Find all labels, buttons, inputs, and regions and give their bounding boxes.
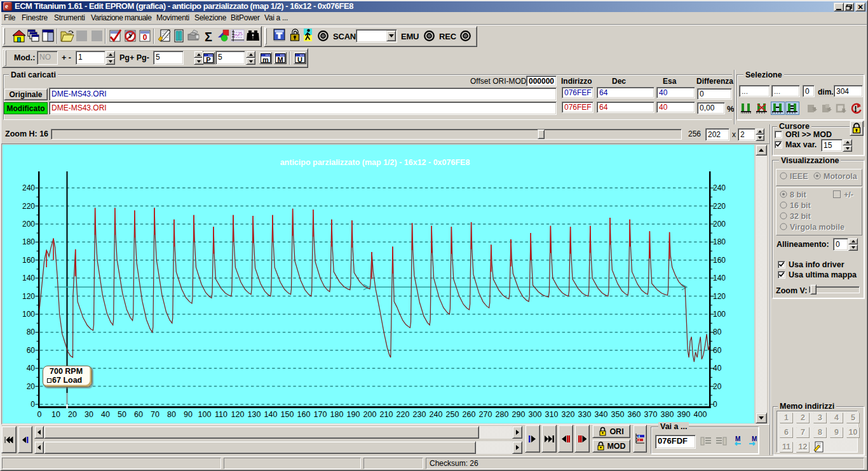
svg-text:20: 20 (713, 382, 722, 391)
svg-text:90: 90 (184, 410, 193, 419)
svg-text:220: 220 (713, 202, 726, 211)
svg-text:40: 40 (101, 410, 110, 419)
svg-text:P: P (206, 56, 210, 63)
svg-text:240: 240 (430, 410, 443, 419)
svg-text:210: 210 (380, 410, 393, 419)
svg-text:280: 280 (496, 410, 509, 419)
svg-text:anticipo parzializzato (map 1/: anticipo parzializzato (map 1/2) - 16x12… (280, 158, 470, 167)
svg-text:150: 150 (281, 410, 294, 419)
svg-text:240: 240 (713, 183, 726, 192)
svg-text:0: 0 (713, 400, 717, 409)
svg-text:80: 80 (167, 410, 176, 419)
svg-text:220: 220 (22, 202, 35, 211)
svg-text:240: 240 (22, 183, 35, 192)
svg-text:340: 340 (595, 410, 608, 419)
svg-text:160: 160 (22, 256, 35, 265)
svg-text:0: 0 (31, 400, 35, 409)
svg-text:220: 220 (397, 410, 410, 419)
svg-text:60: 60 (713, 346, 722, 355)
svg-text:260: 260 (463, 410, 476, 419)
svg-text:20: 20 (27, 382, 36, 391)
svg-text:20: 20 (68, 410, 77, 419)
svg-text:140: 140 (264, 410, 278, 419)
svg-text:190: 190 (347, 410, 360, 419)
svg-text:320: 320 (562, 410, 575, 419)
svg-text:M: M (735, 435, 740, 442)
svg-text:60: 60 (27, 346, 36, 355)
svg-text:100: 100 (713, 310, 726, 319)
svg-text:0: 0 (143, 33, 147, 42)
svg-text:40: 40 (27, 364, 36, 373)
svg-text:200: 200 (363, 410, 377, 419)
svg-text:250: 250 (446, 410, 459, 419)
svg-text:350: 350 (611, 410, 625, 419)
svg-text:40: 40 (713, 364, 722, 373)
svg-text:290: 290 (512, 410, 526, 419)
svg-text:200: 200 (22, 220, 35, 229)
svg-text:U: U (297, 56, 302, 63)
svg-text:120: 120 (231, 410, 245, 419)
svg-text:180: 180 (22, 237, 35, 246)
svg-text:160: 160 (297, 410, 311, 419)
svg-text:300: 300 (529, 410, 542, 419)
svg-text:m: m (262, 56, 269, 63)
svg-text:120: 120 (22, 292, 35, 301)
svg-text:330: 330 (578, 410, 592, 419)
svg-text:110: 110 (215, 410, 227, 419)
svg-text:M: M (752, 435, 757, 442)
svg-text:10: 10 (51, 410, 60, 419)
svg-text:160: 160 (713, 256, 726, 265)
svg-text:120: 120 (713, 292, 726, 301)
svg-text:0: 0 (37, 410, 42, 419)
svg-text:100: 100 (22, 310, 35, 319)
svg-text:140: 140 (22, 274, 35, 282)
svg-text:400: 400 (694, 410, 707, 419)
svg-text:200: 200 (713, 220, 726, 229)
svg-text:370: 370 (644, 410, 658, 419)
svg-text:310: 310 (545, 410, 559, 419)
svg-text:50: 50 (118, 410, 126, 419)
svg-text:230: 230 (413, 410, 426, 419)
svg-text:130: 130 (248, 410, 261, 419)
svg-text:80: 80 (27, 328, 36, 336)
svg-text:60: 60 (134, 410, 143, 419)
svg-text:170: 170 (314, 410, 327, 419)
svg-text:360: 360 (628, 410, 641, 419)
svg-text:70: 70 (151, 410, 159, 419)
svg-text:180: 180 (330, 410, 344, 419)
svg-text:100: 100 (198, 410, 212, 419)
svg-text:80: 80 (713, 328, 722, 336)
svg-text:270: 270 (479, 410, 492, 419)
svg-text:390: 390 (677, 410, 691, 419)
svg-text:Σ: Σ (205, 30, 212, 44)
svg-text:180: 180 (713, 237, 726, 246)
svg-text:30: 30 (85, 410, 93, 419)
svg-text:140: 140 (713, 274, 726, 282)
svg-text:380: 380 (661, 410, 674, 419)
svg-text:M: M (277, 56, 283, 63)
